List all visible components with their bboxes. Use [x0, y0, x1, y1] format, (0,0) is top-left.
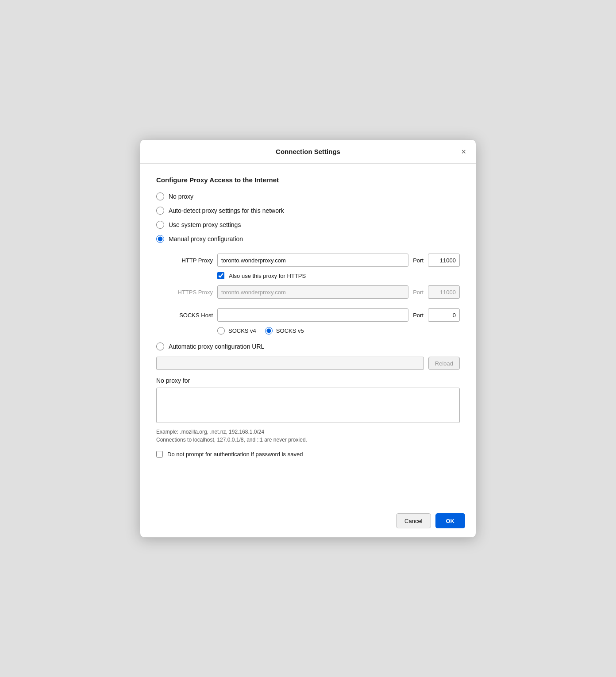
system-proxy-option[interactable]: Use system proxy settings [156, 221, 460, 229]
http-proxy-input[interactable] [217, 254, 408, 267]
https-port-label: Port [413, 289, 424, 296]
also-https-label: Also use this proxy for HTTPS [229, 273, 306, 279]
socks-host-label: SOCKS Host [169, 312, 213, 319]
socks-v4-option[interactable]: SOCKS v4 [217, 327, 256, 335]
auto-proxy-url-input[interactable] [156, 357, 424, 370]
help-text: Example: .mozilla.org, .net.nz, 192.168.… [156, 428, 460, 444]
manual-proxy-label: Manual proxy configuration [169, 235, 243, 242]
socks-port-label: Port [413, 312, 424, 319]
no-proxy-label: No proxy [169, 193, 193, 200]
socks-v5-radio[interactable] [265, 327, 273, 335]
auto-proxy-url-row: Reload [156, 357, 460, 370]
auto-proxy-label: Automatic proxy configuration URL [169, 343, 264, 350]
manual-proxy-radio[interactable] [156, 235, 164, 243]
http-port-input[interactable] [428, 254, 460, 267]
ok-button[interactable]: OK [435, 513, 466, 528]
auto-proxy-option[interactable]: Automatic proxy configuration URL [156, 342, 460, 350]
proxy-fields: HTTP Proxy Port Also use this proxy for … [169, 254, 460, 335]
dialog-header: Connection Settings × [140, 140, 476, 164]
cancel-button[interactable]: Cancel [396, 513, 431, 528]
no-proxy-option[interactable]: No proxy [156, 192, 460, 200]
https-proxy-input[interactable] [217, 285, 408, 299]
socks-v4-radio[interactable] [217, 327, 225, 335]
dialog-body: Configure Proxy Access to the Internet N… [140, 164, 476, 507]
dialog-title: Connection Settings [276, 148, 340, 155]
socks-v5-label: SOCKS v5 [276, 327, 304, 334]
manual-proxy-option[interactable]: Manual proxy configuration [156, 235, 460, 243]
socks-v4-label: SOCKS v4 [228, 327, 256, 334]
socks-host-input[interactable] [217, 308, 408, 322]
socks-port-input[interactable] [428, 308, 460, 322]
system-proxy-radio[interactable] [156, 221, 164, 229]
auto-detect-label: Auto-detect proxy settings for this netw… [169, 207, 284, 214]
dialog-footer: Cancel OK [140, 507, 476, 537]
connection-settings-dialog: Connection Settings × Configure Proxy Ac… [140, 139, 476, 538]
no-proxy-for-label: No proxy for [156, 377, 460, 384]
help-line1: Example: .mozilla.org, .net.nz, 192.168.… [156, 428, 460, 436]
socks-version-row: SOCKS v4 SOCKS v5 [217, 327, 460, 335]
http-proxy-row: HTTP Proxy Port [169, 254, 460, 267]
also-https-row: Also use this proxy for HTTPS [217, 272, 460, 279]
close-button[interactable]: × [458, 146, 469, 158]
auto-detect-option[interactable]: Auto-detect proxy settings for this netw… [156, 207, 460, 215]
no-proxy-textarea[interactable] [156, 388, 460, 423]
auto-proxy-radio[interactable] [156, 342, 164, 350]
socks-v5-option[interactable]: SOCKS v5 [265, 327, 304, 335]
auto-proxy-section: Automatic proxy configuration URL Reload [156, 342, 460, 370]
no-proxy-section: No proxy for Example: .mozilla.org, .net… [156, 377, 460, 444]
http-port-label: Port [413, 257, 424, 264]
https-port-input[interactable] [428, 285, 460, 299]
auto-detect-radio[interactable] [156, 207, 164, 215]
https-proxy-row: HTTPS Proxy Port [169, 285, 460, 299]
http-proxy-label: HTTP Proxy [169, 257, 213, 264]
reload-button[interactable]: Reload [428, 357, 460, 370]
bottom-checkbox-row: Do not prompt for authentication if pass… [156, 451, 460, 458]
system-proxy-label: Use system proxy settings [169, 221, 241, 228]
no-auth-prompt-checkbox[interactable] [156, 451, 163, 458]
no-auth-prompt-label: Do not prompt for authentication if pass… [167, 451, 303, 458]
no-proxy-radio[interactable] [156, 192, 164, 200]
also-https-checkbox[interactable] [217, 272, 224, 279]
section-title: Configure Proxy Access to the Internet [156, 176, 460, 184]
socks-host-row: SOCKS Host Port [169, 308, 460, 322]
help-line2: Connections to localhost, 127.0.0.1/8, a… [156, 436, 460, 444]
https-proxy-label: HTTPS Proxy [169, 289, 213, 296]
